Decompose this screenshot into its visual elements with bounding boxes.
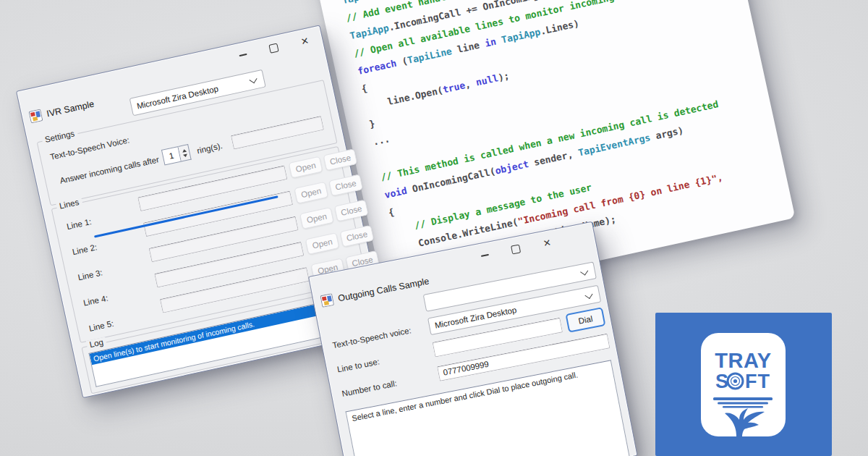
traysoft-logo-card: TRAY S FT: [655, 313, 832, 456]
traysoft-logo: TRAY S FT: [701, 333, 786, 436]
maximize-icon[interactable]: [267, 41, 281, 55]
outgoing-window-title: Outgoing Calls Sample: [337, 276, 430, 303]
outgoing-number-label: Number to call:: [341, 379, 398, 398]
minimize-icon[interactable]: [236, 48, 250, 62]
ivr-line-label: Line 3:: [77, 268, 103, 282]
dial-button[interactable]: Dial: [565, 307, 605, 332]
close-icon[interactable]: ×: [298, 35, 312, 48]
app-window-icon: [320, 293, 334, 308]
ivr-line-label: Line 4:: [82, 294, 109, 308]
svg-text:FT: FT: [745, 371, 770, 392]
ivr-caption-buttons: ×: [236, 35, 312, 62]
outgoing-log-listbox[interactable]: Select a line, enter a number and click …: [346, 360, 632, 456]
close-icon[interactable]: ×: [540, 237, 554, 250]
ivr-line-label: Line 1:: [66, 217, 92, 231]
ivr-line-label: Line 2:: [72, 242, 98, 256]
ivr-window-title: IVR Sample: [46, 99, 95, 119]
svg-text:TRAY: TRAY: [715, 349, 771, 372]
stepper-down-icon[interactable]: [182, 153, 187, 157]
chevron-down-icon: [580, 267, 588, 275]
stepper-up-icon[interactable]: [182, 148, 187, 152]
app-window-icon: [28, 109, 43, 123]
minimize-icon[interactable]: [478, 249, 492, 263]
svg-text:S: S: [715, 371, 728, 392]
ivr-line-label: Line 5:: [88, 319, 114, 333]
outgoing-tts-label: Text-to-Speech voice:: [332, 326, 412, 350]
maximize-icon[interactable]: [509, 242, 523, 256]
outgoing-line-label: Line to use:: [336, 357, 380, 373]
